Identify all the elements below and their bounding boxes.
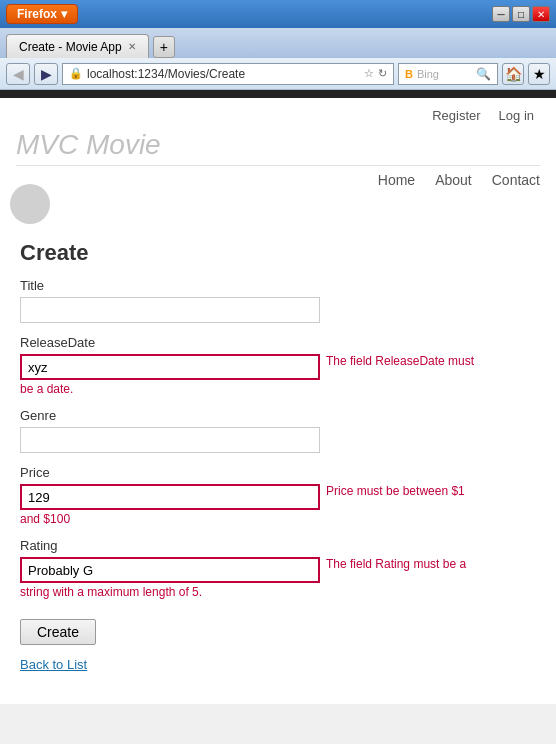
search-placeholder: Bing <box>413 68 476 80</box>
tab-close-icon[interactable]: ✕ <box>128 41 136 52</box>
title-field-group: Title <box>20 278 536 323</box>
close-button[interactable]: ✕ <box>532 6 550 22</box>
address-refresh-icon[interactable]: ↻ <box>378 67 387 80</box>
address-lock-icon: 🔒 <box>69 67 83 80</box>
release-date-field-group: ReleaseDate The field ReleaseDate must b… <box>20 335 536 396</box>
price-field-group: Price Price must be between $1 and $100 <box>20 465 536 526</box>
price-label: Price <box>20 465 536 480</box>
avatar-area <box>0 194 556 224</box>
page-title: Create <box>20 240 536 266</box>
rating-label: Rating <box>20 538 536 553</box>
site-logo: MVC Movie <box>16 129 161 165</box>
window-controls: ─ □ ✕ <box>492 6 550 22</box>
tab-title: Create - Movie App <box>19 40 122 54</box>
page: Register Log in MVC Movie Home About Con… <box>0 98 556 704</box>
bing-icon: B <box>405 68 413 80</box>
site-nav: Home About Contact <box>16 165 540 194</box>
create-button[interactable]: Create <box>20 619 96 645</box>
minimize-button[interactable]: ─ <box>492 6 510 22</box>
main-content: Create Title ReleaseDate The field Relea… <box>0 224 556 704</box>
title-bar: Firefox ▾ ─ □ ✕ <box>0 0 556 28</box>
rating-error-inline: The field Rating must be a <box>326 557 466 571</box>
release-date-input[interactable] <box>20 354 320 380</box>
login-link[interactable]: Log in <box>493 106 540 125</box>
rating-field-group: Rating The field Rating must be a string… <box>20 538 536 599</box>
browser-tab[interactable]: Create - Movie App ✕ <box>6 34 149 58</box>
title-input[interactable] <box>20 297 320 323</box>
nav-bar: ◀ ▶ 🔒 localhost:1234/Movies/Create ☆ ↻ B… <box>0 58 556 90</box>
price-inline-row: Price must be between $1 <box>20 484 536 510</box>
genre-input[interactable] <box>20 427 320 453</box>
address-text: localhost:1234/Movies/Create <box>87 67 360 81</box>
rating-error-block: string with a maximum length of 5. <box>20 585 536 599</box>
search-box[interactable]: B Bing 🔍 <box>398 63 498 85</box>
maximize-button[interactable]: □ <box>512 6 530 22</box>
forward-button[interactable]: ▶ <box>34 63 58 85</box>
genre-label: Genre <box>20 408 536 423</box>
nav-contact[interactable]: Contact <box>492 172 540 188</box>
search-icon[interactable]: 🔍 <box>476 67 491 81</box>
tab-bar: Create - Movie App ✕ + <box>0 28 556 58</box>
header-top: Register Log in <box>16 106 540 129</box>
back-button[interactable]: ◀ <box>6 63 30 85</box>
register-link[interactable]: Register <box>426 106 486 125</box>
site-header: Register Log in MVC Movie Home About Con… <box>0 98 556 194</box>
price-error-block: and $100 <box>20 512 536 526</box>
genre-field-group: Genre <box>20 408 536 453</box>
price-error-inline: Price must be between $1 <box>326 484 465 498</box>
address-bar[interactable]: 🔒 localhost:1234/Movies/Create ☆ ↻ <box>62 63 394 85</box>
black-bar <box>0 90 556 98</box>
new-tab-button[interactable]: + <box>153 36 175 58</box>
release-date-error-block: be a date. <box>20 382 536 396</box>
release-date-inline-row: The field ReleaseDate must <box>20 354 536 380</box>
home-button[interactable]: 🏠 <box>502 63 524 85</box>
title-label: Title <box>20 278 536 293</box>
rating-inline-row: The field Rating must be a <box>20 557 536 583</box>
back-to-list-link[interactable]: Back to List <box>20 657 536 672</box>
firefox-button[interactable]: Firefox ▾ <box>6 4 78 24</box>
rating-input[interactable] <box>20 557 320 583</box>
browser-chrome: Firefox ▾ ─ □ ✕ Create - Movie App ✕ + ◀… <box>0 0 556 90</box>
release-date-error-inline: The field ReleaseDate must <box>326 354 474 368</box>
price-input[interactable] <box>20 484 320 510</box>
avatar <box>10 184 50 224</box>
nav-about[interactable]: About <box>435 172 472 188</box>
address-star-icon[interactable]: ☆ <box>364 67 374 80</box>
nav-home[interactable]: Home <box>378 172 415 188</box>
release-date-label: ReleaseDate <box>20 335 536 350</box>
bookmark-button[interactable]: ★ <box>528 63 550 85</box>
